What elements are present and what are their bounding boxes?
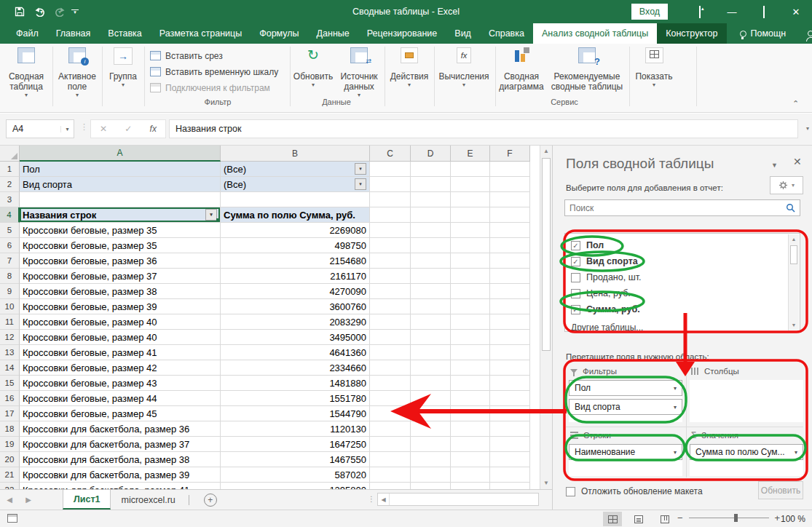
field-chip-Пол[interactable]: Пол▾: [569, 380, 682, 396]
name-box-dropdown-icon[interactable]: ▾: [60, 126, 74, 132]
name-box[interactable]: A4 ▾: [6, 119, 74, 138]
zoom-in-button[interactable]: +: [775, 512, 781, 523]
chevron-down-icon[interactable]: ▾: [669, 404, 682, 411]
zoom-level[interactable]: 100 %: [781, 514, 805, 524]
grid-cell[interactable]: 1647250: [221, 437, 370, 452]
field-list-scrollbar[interactable]: ▲ ▼: [788, 234, 799, 330]
grid-cell[interactable]: [370, 253, 411, 269]
pane-menu-icon[interactable]: ▼: [771, 162, 778, 169]
grid-cell[interactable]: Кроссовки для баскетбола, размер 36: [20, 421, 221, 437]
grid-cell[interactable]: [490, 391, 530, 406]
grid-cell[interactable]: 3600760: [221, 299, 370, 314]
grid-cell[interactable]: [451, 207, 490, 223]
select-all-corner[interactable]: [0, 146, 20, 162]
field-checkbox[interactable]: ✓: [571, 241, 580, 250]
save-icon[interactable]: [15, 7, 25, 17]
new-sheet-button[interactable]: +: [204, 494, 217, 507]
grid-cell[interactable]: [370, 406, 411, 421]
scroll-down-icon[interactable]: ▼: [789, 320, 799, 330]
sheet-nav-right-icon[interactable]: ▶: [19, 490, 38, 510]
grid-cell[interactable]: Пол: [20, 162, 221, 177]
row-header-20[interactable]: 20: [0, 452, 20, 467]
grid-cell[interactable]: [490, 177, 530, 192]
row-header-4[interactable]: 4: [0, 207, 20, 223]
grid-cell[interactable]: [490, 192, 530, 207]
grid-cell[interactable]: [490, 162, 530, 177]
grid-cell[interactable]: [451, 269, 490, 284]
grid-cell[interactable]: [411, 467, 451, 483]
row-header-6[interactable]: 6: [0, 238, 20, 253]
tab-Помощн[interactable]: Помощн: [731, 23, 795, 44]
grid-cell[interactable]: [490, 452, 530, 467]
grid-cell[interactable]: [490, 207, 530, 223]
grid-cell[interactable]: [451, 223, 490, 238]
filters-area[interactable]: Пол▾Вид спорта▾: [569, 380, 682, 422]
calculations-button[interactable]: fx Вычисления▾: [437, 47, 491, 88]
field-item-Пол[interactable]: ✓Пол: [571, 237, 800, 253]
grid-cell[interactable]: [451, 391, 490, 406]
grid-cell[interactable]: 587020: [221, 467, 370, 483]
selected-cell-A4[interactable]: Названия строк▾: [20, 207, 221, 223]
row-header-14[interactable]: 14: [0, 360, 20, 376]
tab-Разметка страницы[interactable]: Разметка страницы: [151, 23, 251, 44]
grid-cell[interactable]: Сумма по полю Сумма, руб.: [221, 207, 370, 223]
undo-dropdown[interactable]: ▾: [40, 9, 43, 15]
undo-icon[interactable]: ▾: [35, 7, 43, 17]
row-header-1[interactable]: 1: [0, 162, 20, 177]
grid-cell[interactable]: [451, 483, 490, 489]
grid-cell[interactable]: Кроссовки беговые, размер 35: [20, 223, 221, 238]
grid-cell[interactable]: 1481880: [221, 376, 370, 391]
formula-bar-expand-icon[interactable]: ▾: [806, 125, 809, 132]
grid-cell[interactable]: [411, 483, 451, 489]
grid-cell[interactable]: Кроссовки для баскетбола, размер 39: [20, 467, 221, 483]
grid-cell[interactable]: [411, 162, 451, 177]
field-search-box[interactable]: [564, 199, 800, 216]
tab-Вставка[interactable]: Вставка: [99, 23, 150, 44]
field-list-scroll-thumb[interactable]: [790, 245, 797, 264]
grid-cell[interactable]: [451, 284, 490, 299]
formula-bar-splitter[interactable]: ⋮: [80, 122, 88, 132]
row-header-8[interactable]: 8: [0, 269, 20, 284]
grid-cell[interactable]: [370, 391, 411, 406]
insert-function-icon[interactable]: fx: [150, 124, 157, 134]
grid-cell[interactable]: [451, 452, 490, 467]
vertical-scroll-thumb[interactable]: [542, 158, 551, 351]
field-item-Продано, шт.[interactable]: Продано, шт.: [571, 269, 800, 285]
customize-qat-icon[interactable]: ▾: [71, 9, 79, 14]
grid-cell[interactable]: [411, 223, 451, 238]
row-labels-filter-button[interactable]: ▾: [205, 209, 217, 221]
grid-cell[interactable]: [490, 360, 530, 376]
pivot-table-button[interactable]: Сводная таблица▾: [3, 47, 50, 98]
grid-cell[interactable]: [490, 437, 530, 452]
grid-cell[interactable]: Кроссовки для баскетбола, размер 37: [20, 437, 221, 452]
grid-cell[interactable]: [411, 207, 451, 223]
group-button[interactable]: → Группа▾: [103, 47, 143, 88]
grid-cell[interactable]: [451, 406, 490, 421]
show-button[interactable]: Показать▾: [632, 47, 676, 88]
field-item-Сумма, руб.[interactable]: ✓Сумма, руб.: [571, 301, 800, 317]
scroll-up-icon[interactable]: ▲: [540, 146, 552, 157]
recommended-pivottables-button[interactable]: ? Рекомендуемые сводные таблицы: [546, 47, 628, 92]
grid-cell[interactable]: 2154680: [221, 253, 370, 269]
grid-cell[interactable]: [451, 192, 490, 207]
grid-cell[interactable]: [490, 345, 530, 360]
maximize-button[interactable]: [748, 7, 780, 17]
grid-cell[interactable]: [370, 437, 411, 452]
grid-cell[interactable]: [490, 330, 530, 345]
field-checkbox[interactable]: ✓: [571, 257, 580, 266]
actions-button[interactable]: Действия▾: [387, 47, 431, 88]
minimize-button[interactable]: —: [716, 7, 748, 17]
grid-cell[interactable]: Кроссовки беговые, размер 42: [20, 360, 221, 376]
grid-cell[interactable]: Кроссовки беговые, размер 41: [20, 345, 221, 360]
row-header-7[interactable]: 7: [0, 253, 20, 269]
zoom-slider-thumb[interactable]: [734, 514, 738, 522]
grid-cell[interactable]: [370, 207, 411, 223]
tab-Вид[interactable]: Вид: [446, 23, 480, 44]
grid-cell[interactable]: Кроссовки беговые, размер 39: [20, 299, 221, 314]
grid-cell[interactable]: 2269080: [221, 223, 370, 238]
zoom-slider[interactable]: [689, 518, 769, 518]
field-chip-Сумма по полю Сум...[interactable]: Сумма по полю Сум...▾: [690, 444, 803, 460]
more-tables-link[interactable]: Другие таблицы...: [571, 320, 800, 336]
grid-cell[interactable]: [451, 238, 490, 253]
grid-cell[interactable]: [451, 376, 490, 391]
